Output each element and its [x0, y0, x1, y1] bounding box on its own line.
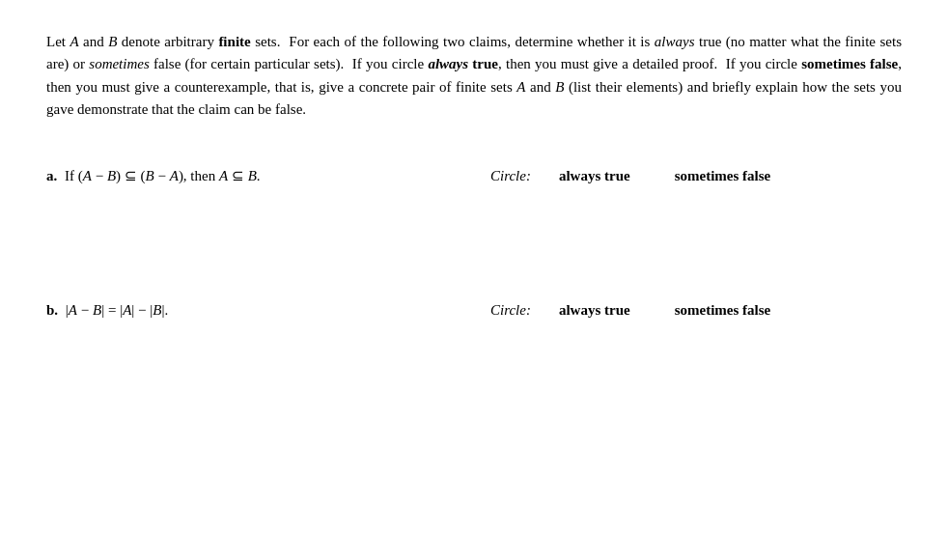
always-italic: always — [655, 34, 695, 49]
claim-b-sometimes-false[interactable]: sometimes false — [664, 299, 782, 322]
claim-b-section: b. |A − B| = |A| − |B|. Circle: always t… — [46, 282, 902, 339]
claim-a-sometimes-false[interactable]: sometimes false — [664, 165, 782, 187]
claim-b-options: Circle: always true sometimes false — [490, 299, 902, 322]
claim-b-label: b. — [46, 302, 58, 318]
claim-a-circle-label: Circle: — [490, 168, 531, 184]
claim-a-statement: a. If (A − B) ⊆ (B − A), then A ⊆ B. — [46, 165, 490, 187]
claim-b-circle-label: Circle: — [490, 302, 531, 319]
claim-b-statement: b. |A − B| = |A| − |B|. — [46, 299, 490, 322]
claim-a-options: Circle: always true sometimes false — [490, 165, 902, 187]
bold-finite: finite — [218, 34, 250, 49]
claim-a-section: a. If (A − B) ⊆ (B − A), then A ⊆ B. Cir… — [46, 148, 902, 205]
claim-b-always-true[interactable]: always true — [548, 299, 641, 322]
intro-paragraph: Let A and B denote arbitrary finite sets… — [46, 31, 902, 121]
claim-spacer — [46, 205, 902, 282]
claim-a-label: a. — [46, 168, 57, 183]
page-content: Let A and B denote arbitrary finite sets… — [46, 31, 902, 339]
claim-a-always-true[interactable]: always true — [548, 165, 641, 187]
sometimes-italic: sometimes — [89, 56, 150, 71]
